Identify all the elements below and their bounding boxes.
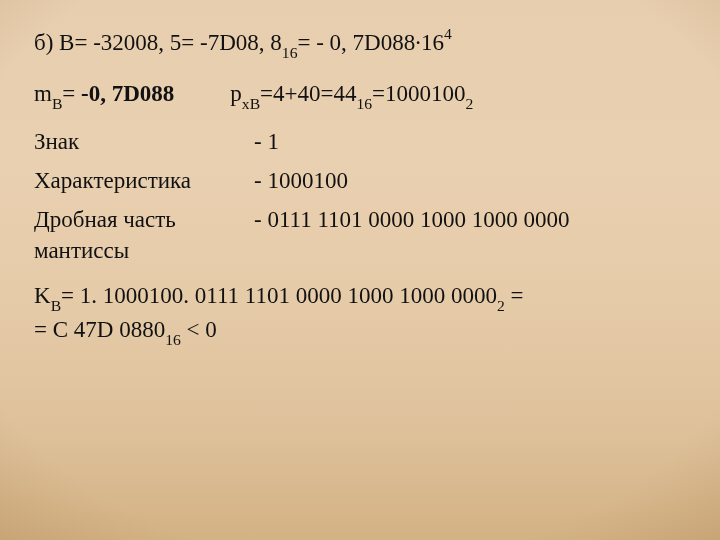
text: = - 0, 7D088·16	[297, 30, 444, 55]
table-row: Дробная часть мантиссы - 0111 1101 0000 …	[34, 204, 686, 266]
line-m-and-p: mB= -0, 7D088 pxB=4+40=4416=10001002	[34, 78, 686, 112]
slide-content: б) B= -32008, 5= -7D08, 816= - 0, 7D088·…	[0, 0, 720, 540]
m-value-bold: -0, 7D088	[81, 81, 174, 106]
superscript-4: 4	[444, 25, 452, 42]
subscript-B: B	[51, 297, 61, 314]
row-value-characteristic: - 1000100	[254, 165, 686, 196]
subscript-16: 16	[282, 44, 298, 61]
subscript-2: 2	[497, 297, 505, 314]
text: < 0	[181, 317, 217, 342]
row-label-characteristic: Характеристика	[34, 165, 254, 196]
text: = C 47D 0880	[34, 317, 165, 342]
result-kb: KB= 1. 1000100. 0111 1101 0000 1000 1000…	[34, 280, 686, 347]
text: K	[34, 283, 51, 308]
text: =4+40=44	[260, 81, 356, 106]
subscript-2: 2	[466, 95, 474, 112]
m-expression: mB= -0, 7D088	[34, 78, 174, 112]
text: m	[34, 81, 52, 106]
table-row: Знак - 1	[34, 126, 686, 157]
p-expression: pxB=4+40=4416=10001002	[230, 78, 473, 112]
text: =	[505, 283, 524, 308]
breakdown-table: Знак - 1 Характеристика - 1000100 Дробна…	[34, 126, 686, 266]
text: =	[62, 81, 81, 106]
text: p	[230, 81, 242, 106]
row-label-mantissa-frac: Дробная часть мантиссы	[34, 204, 254, 266]
text: = 1. 1000100. 0111 1101 0000 1000 1000 0…	[61, 283, 497, 308]
subscript-B: B	[52, 95, 62, 112]
subscript-16: 16	[165, 331, 181, 348]
text: б) B= -32008, 5= -7D08, 8	[34, 30, 282, 55]
line-b-equals: б) B= -32008, 5= -7D08, 816= - 0, 7D088·…	[34, 25, 686, 60]
subscript-xB: xB	[242, 95, 260, 112]
subscript-16: 16	[356, 95, 372, 112]
row-label-sign: Знак	[34, 126, 254, 157]
row-value-mantissa-frac: - 0111 1101 0000 1000 1000 0000	[254, 204, 686, 266]
table-row: Характеристика - 1000100	[34, 165, 686, 196]
row-value-sign: - 1	[254, 126, 686, 157]
text: =1000100	[372, 81, 465, 106]
